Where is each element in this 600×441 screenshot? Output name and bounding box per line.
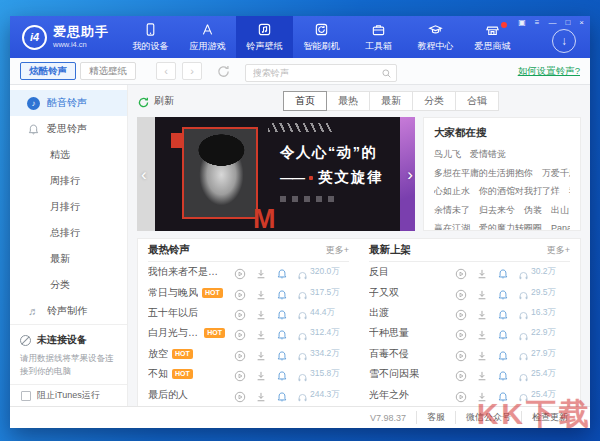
content-tab[interactable]: 合辑: [455, 91, 499, 111]
nav-tutorials[interactable]: 教程中心: [407, 16, 464, 58]
nav-ringtones-wallpapers[interactable]: 铃声壁纸: [236, 16, 293, 58]
block-itunes-toggle[interactable]: 阻止iTunes运行: [10, 384, 127, 406]
minimize-icon[interactable]: —: [548, 17, 556, 29]
sidebar-item-weekly-rank[interactable]: 周排行: [10, 168, 127, 194]
back-button[interactable]: ‹: [156, 62, 176, 80]
play-button[interactable]: [234, 307, 246, 319]
sidebar-item-ringtone-maker[interactable]: ♬ 铃声制作: [10, 298, 127, 324]
content-tab[interactable]: 最热: [326, 91, 370, 111]
more-link[interactable]: 更多+: [547, 244, 570, 257]
sidebar-item-i4-ringtones[interactable]: 爱思铃声: [10, 116, 127, 142]
sidebar-item-kuyin-ringtones[interactable]: ♪ 酷音铃声: [10, 90, 127, 116]
set-ringtone-button[interactable]: [497, 307, 509, 319]
search-icon[interactable]: [381, 65, 392, 76]
song-title[interactable]: 白月光与朱砂痣: [148, 326, 200, 340]
banner-slide[interactable]: M 令人心“动”的 —— 英文旋律: [155, 117, 400, 231]
set-ringtone-button[interactable]: [497, 389, 509, 401]
set-ringtone-button[interactable]: [276, 348, 288, 360]
song-title[interactable]: 反目: [369, 265, 389, 279]
nav-my-devices[interactable]: 我的设备: [122, 16, 179, 58]
download-button[interactable]: [255, 389, 267, 401]
play-button[interactable]: [234, 389, 246, 401]
song-title[interactable]: 我怕来者不是你(DJ版): [148, 265, 225, 279]
play-button[interactable]: [455, 307, 467, 319]
song-title[interactable]: 五十年以后: [148, 306, 198, 320]
carousel-next-arrow[interactable]: ›: [407, 166, 413, 183]
set-ringtone-button[interactable]: [276, 287, 288, 299]
play-button[interactable]: [455, 266, 467, 278]
download-button[interactable]: [476, 266, 488, 278]
set-ringtone-button[interactable]: [497, 287, 509, 299]
content-tab[interactable]: 首页: [283, 91, 327, 111]
hot-search-keywords[interactable]: 鸟儿飞 爱情错觉: [434, 145, 570, 164]
download-button[interactable]: [476, 348, 488, 360]
set-ringtone-button[interactable]: [497, 368, 509, 380]
download-button[interactable]: [255, 327, 267, 339]
nav-smart-flash[interactable]: 智能刷机: [293, 16, 350, 58]
download-button[interactable]: [476, 307, 488, 319]
song-title[interactable]: 出渡: [369, 306, 389, 320]
download-button[interactable]: [255, 368, 267, 380]
song-title[interactable]: 光年之外: [369, 388, 409, 402]
menu-icon[interactable]: ≡: [535, 17, 540, 29]
set-ringtone-button[interactable]: [276, 266, 288, 278]
set-ringtone-button[interactable]: [497, 266, 509, 278]
sidebar-item-featured[interactable]: 精选: [10, 142, 127, 168]
download-button[interactable]: [476, 389, 488, 401]
hot-search-keywords[interactable]: 赢在江湖 爱的魔力转圈圈 Panama: [434, 219, 570, 231]
song-title[interactable]: 雪不问因果: [369, 367, 419, 381]
tab-ringtones[interactable]: 炫酷铃声: [20, 62, 76, 80]
set-ringtone-button[interactable]: [276, 327, 288, 339]
download-button[interactable]: [476, 287, 488, 299]
download-button[interactable]: [476, 368, 488, 380]
refresh-button[interactable]: [216, 64, 231, 79]
play-button[interactable]: [234, 287, 246, 299]
content-tab[interactable]: 分类: [412, 91, 456, 111]
nav-apps-games[interactable]: 应用游戏: [179, 16, 236, 58]
play-button[interactable]: [234, 368, 246, 380]
search-input[interactable]: [245, 64, 397, 82]
set-ringtone-button[interactable]: [276, 307, 288, 319]
more-link[interactable]: 更多+: [326, 244, 349, 257]
song-title[interactable]: 不知: [148, 367, 168, 381]
play-button[interactable]: [234, 327, 246, 339]
download-manager-button[interactable]: ↓: [552, 29, 576, 53]
download-button[interactable]: [255, 266, 267, 278]
wechat-official-link[interactable]: 微信公众号: [455, 411, 521, 424]
play-button[interactable]: [455, 287, 467, 299]
download-button[interactable]: [255, 348, 267, 360]
play-button[interactable]: [234, 348, 246, 360]
set-ringtone-button[interactable]: [497, 348, 509, 360]
play-button[interactable]: [455, 348, 467, 360]
nav-store[interactable]: 爱思商城: [464, 16, 521, 58]
download-button[interactable]: [255, 287, 267, 299]
play-button[interactable]: [234, 266, 246, 278]
play-button[interactable]: [455, 368, 467, 380]
customer-service-link[interactable]: 客服: [416, 411, 455, 424]
sidebar-item-newest[interactable]: 最新: [10, 246, 127, 272]
play-button[interactable]: [455, 389, 467, 401]
song-title[interactable]: 最后的人: [148, 388, 188, 402]
song-title[interactable]: 百毒不侵: [369, 347, 409, 361]
forward-button[interactable]: ›: [182, 62, 202, 80]
carousel-prev-arrow[interactable]: ‹: [141, 166, 147, 183]
song-title[interactable]: 常日与晚风: [148, 286, 198, 300]
sidebar-item-categories[interactable]: 分类: [10, 272, 127, 298]
content-tab[interactable]: 最新: [369, 91, 413, 111]
song-title[interactable]: 放空: [148, 347, 168, 361]
check-update-link[interactable]: 检查更新: [521, 411, 578, 424]
download-button[interactable]: [476, 327, 488, 339]
hot-search-keywords[interactable]: 余情未了 归去来兮 伪装 出山: [434, 201, 570, 220]
close-icon[interactable]: ×: [579, 17, 584, 29]
set-ringtone-button[interactable]: [497, 327, 509, 339]
set-ringtone-button[interactable]: [276, 368, 288, 380]
play-button[interactable]: [455, 327, 467, 339]
song-title[interactable]: 子又双: [369, 286, 399, 300]
set-ringtone-button[interactable]: [276, 389, 288, 401]
banner-carousel[interactable]: M 令人心“动”的 —— 英文旋律 ‹ ›: [137, 117, 415, 231]
refresh-content-button[interactable]: 刷新: [137, 94, 174, 108]
download-button[interactable]: [255, 307, 267, 319]
tab-wallpapers[interactable]: 精选壁纸: [80, 62, 136, 80]
song-title[interactable]: 千种思量: [369, 326, 409, 340]
maximize-icon[interactable]: □: [565, 17, 570, 29]
